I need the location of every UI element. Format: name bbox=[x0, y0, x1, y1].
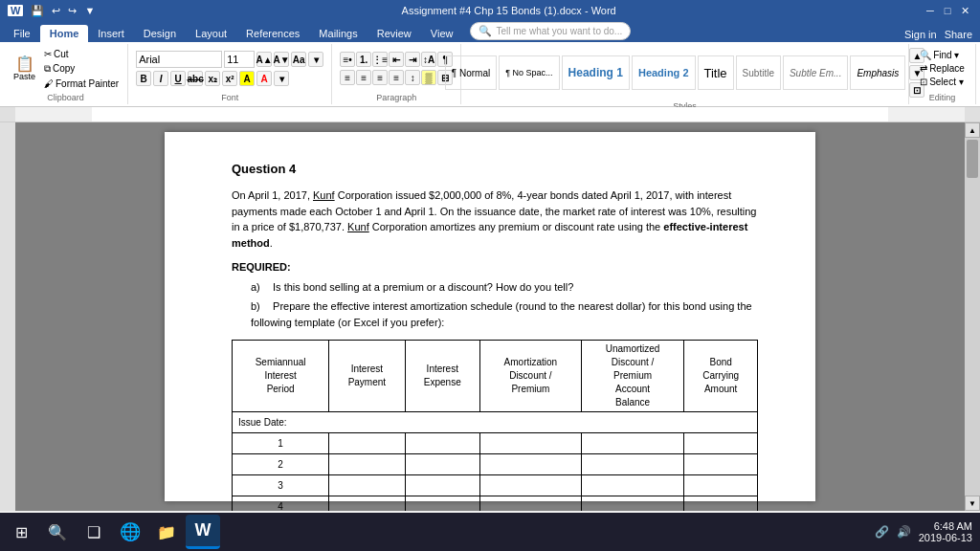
clipboard-group: 📋 Paste ✂ Cut ⧉ Copy 🖌 Format Painter Cl… bbox=[4, 44, 128, 104]
format-painter-button[interactable]: 🖌 Format Painter bbox=[41, 77, 122, 90]
decrease-indent-button[interactable]: ⇤ bbox=[389, 52, 404, 67]
network-icon[interactable]: 🔗 bbox=[875, 525, 889, 539]
font-row-top: A▲ A▼ Aa ▾ bbox=[136, 51, 323, 68]
volume-icon[interactable]: 🔊 bbox=[897, 525, 911, 539]
font-family-input[interactable] bbox=[136, 51, 222, 68]
tab-view[interactable]: View bbox=[421, 25, 463, 42]
ruler-left-margin bbox=[0, 107, 15, 121]
tab-mailings[interactable]: Mailings bbox=[309, 25, 367, 42]
tab-insert[interactable]: Insert bbox=[88, 25, 134, 42]
ruler bbox=[0, 107, 980, 122]
tab-design[interactable]: Design bbox=[134, 25, 186, 42]
carrying-3 bbox=[684, 475, 758, 496]
align-center-button[interactable]: ≡ bbox=[356, 70, 371, 85]
style-heading1[interactable]: Heading 1 bbox=[562, 55, 630, 90]
find-button[interactable]: 🔍 Find ▾ bbox=[917, 49, 968, 61]
clear-format-button[interactable]: Aa bbox=[291, 52, 306, 67]
quick-access-dropdown[interactable]: ▼ bbox=[84, 5, 95, 16]
ruler-right-scroll bbox=[965, 107, 980, 121]
select-icon: ⊡ bbox=[920, 77, 927, 87]
align-left-button[interactable]: ≡ bbox=[340, 70, 355, 85]
share-button[interactable]: Share bbox=[945, 29, 972, 40]
scroll-thumb[interactable] bbox=[967, 140, 978, 178]
balance-3 bbox=[581, 475, 684, 496]
shading-button[interactable]: ▒ bbox=[421, 70, 436, 85]
paragraph-row-bottom: ≡ ≡ ≡ ≡ ↕ ▒ ⊞ bbox=[340, 70, 453, 85]
copy-button[interactable]: ⧉ Copy bbox=[41, 62, 122, 76]
font-color-dropdown[interactable]: ▾ bbox=[274, 71, 289, 86]
bullets-button[interactable]: ≡• bbox=[340, 52, 355, 67]
justify-button[interactable]: ≡ bbox=[389, 70, 404, 85]
word-logo-icon: W bbox=[8, 5, 23, 16]
window-controls[interactable]: ─ □ ✕ bbox=[923, 3, 972, 18]
ribbon-tabs: File Home Insert Design Layout Reference… bbox=[0, 21, 980, 42]
minimize-button[interactable]: ─ bbox=[923, 3, 938, 18]
clock[interactable]: 6:48 AM 2019-06-13 bbox=[919, 520, 972, 543]
font-color-button[interactable]: A bbox=[256, 71, 272, 86]
increase-indent-button[interactable]: ⇥ bbox=[405, 52, 420, 67]
maximize-button[interactable]: □ bbox=[940, 3, 955, 18]
redo-icon[interactable]: ↪ bbox=[68, 5, 77, 17]
text-case-button[interactable]: ▾ bbox=[308, 52, 323, 67]
kunf-underline-1: Kunf bbox=[313, 189, 335, 201]
task-view-button[interactable]: ❑ bbox=[77, 515, 111, 549]
scroll-down-button[interactable]: ▼ bbox=[965, 496, 980, 511]
vertical-scrollbar[interactable]: ▲ ▼ bbox=[965, 122, 980, 511]
underline-button[interactable]: U bbox=[170, 71, 186, 86]
close-button[interactable]: ✕ bbox=[957, 3, 972, 18]
table-row-3: 3 bbox=[233, 475, 758, 496]
style-heading2[interactable]: Heading 2 bbox=[632, 55, 696, 90]
tell-me-bar[interactable]: 🔍 Tell me what you want to do... bbox=[470, 22, 631, 40]
editing-label: Editing bbox=[929, 91, 956, 102]
font-size-input[interactable] bbox=[224, 51, 255, 68]
select-button[interactable]: ⊡ Select ▾ bbox=[917, 76, 968, 88]
document-wrapper: Question 4 On April 1, 2017, Kunf Corpor… bbox=[15, 122, 965, 511]
font-shrink-button[interactable]: A▼ bbox=[274, 52, 289, 67]
italic-button[interactable]: I bbox=[153, 71, 168, 86]
strikethrough-button[interactable]: abc bbox=[188, 71, 203, 86]
cut-button[interactable]: ✂ Cut bbox=[41, 48, 122, 60]
tab-file[interactable]: File bbox=[4, 25, 40, 42]
superscript-button[interactable]: x² bbox=[222, 71, 237, 86]
style-normal[interactable]: ¶ Normal bbox=[445, 55, 497, 90]
replace-icon: ⇄ bbox=[920, 63, 927, 74]
amortization-table: SemiannualInterestPeriod InterestPayment… bbox=[232, 340, 758, 511]
replace-button[interactable]: ⇄ Replace bbox=[917, 62, 968, 75]
multilevel-button[interactable]: ⋮≡ bbox=[372, 52, 388, 67]
style-subtle-em[interactable]: Subtle Em... bbox=[783, 55, 848, 90]
styles-gallery: ¶ Normal ¶ No Spac... Heading 1 Heading … bbox=[443, 46, 927, 99]
style-emphasis[interactable]: Emphasis bbox=[850, 55, 905, 90]
style-title[interactable]: Title bbox=[698, 55, 734, 90]
bold-method: effective-interest method bbox=[232, 221, 747, 249]
subscript-button[interactable]: x₂ bbox=[205, 71, 220, 86]
quick-save-icon[interactable]: 💾 bbox=[31, 5, 44, 17]
bold-button[interactable]: B bbox=[136, 71, 151, 86]
signin-link[interactable]: Sign in bbox=[904, 29, 937, 40]
tab-references[interactable]: References bbox=[236, 25, 309, 42]
tab-home[interactable]: Home bbox=[40, 25, 89, 42]
sort-button[interactable]: ↕A bbox=[421, 52, 436, 67]
style-subtitle[interactable]: Subtitle bbox=[736, 55, 781, 90]
line-spacing-button[interactable]: ↕ bbox=[405, 70, 420, 85]
undo-icon[interactable]: ↩ bbox=[52, 5, 60, 17]
tab-layout[interactable]: Layout bbox=[186, 25, 236, 42]
paragraph-row-top: ≡• 1. ⋮≡ ⇤ ⇥ ↕A ¶ bbox=[340, 52, 453, 67]
search-button[interactable]: 🔍 bbox=[40, 515, 75, 549]
style-no-space[interactable]: ¶ No Spac... bbox=[499, 55, 559, 90]
edge-button[interactable]: 🌐 bbox=[113, 515, 147, 549]
start-button[interactable]: ⊞ bbox=[4, 515, 38, 549]
explorer-button[interactable]: 📁 bbox=[149, 515, 184, 549]
highlight-button[interactable]: A bbox=[239, 71, 255, 86]
question-heading: Question 4 bbox=[232, 161, 758, 178]
scroll-up-button[interactable]: ▲ bbox=[965, 122, 980, 138]
tab-review[interactable]: Review bbox=[368, 25, 421, 42]
font-row-bottom: B I U abc x₂ x² A A ▾ bbox=[136, 71, 323, 86]
font-grow-button[interactable]: A▲ bbox=[256, 52, 272, 67]
styles-group: ¶ Normal ¶ No Spac... Heading 1 Heading … bbox=[461, 44, 909, 104]
word-taskbar-button[interactable]: W bbox=[186, 515, 220, 549]
align-right-button[interactable]: ≡ bbox=[372, 70, 388, 85]
period-3: 3 bbox=[233, 475, 329, 496]
paste-button[interactable]: 📋 Paste bbox=[10, 55, 39, 83]
numbering-button[interactable]: 1. bbox=[356, 52, 371, 67]
scroll-track[interactable] bbox=[965, 138, 980, 496]
